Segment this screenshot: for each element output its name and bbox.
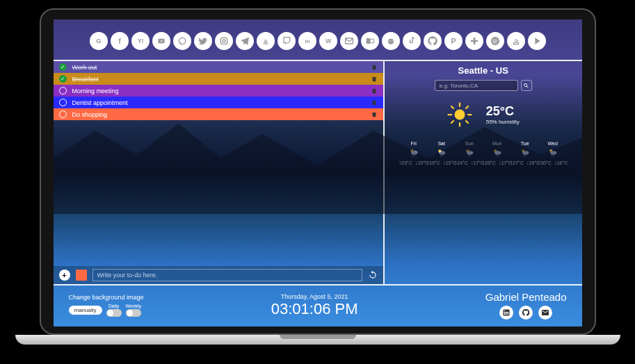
forecast-day-label: Tue	[521, 141, 529, 146]
time-text: 03:01:06 PM	[151, 300, 479, 318]
svg-text:G: G	[96, 38, 101, 44]
weekly-label: Weekly	[126, 304, 142, 308]
svg-text:in: in	[305, 38, 310, 44]
todo-input[interactable]	[93, 269, 362, 281]
todo-checkbox[interactable]	[59, 110, 67, 118]
delete-todo-button[interactable]	[371, 99, 378, 106]
telegram-icon[interactable]	[236, 32, 254, 50]
svg-line-35	[466, 106, 468, 108]
tiktok-icon[interactable]	[403, 32, 421, 50]
slack-icon[interactable]	[465, 32, 483, 50]
svg-text:a: a	[264, 38, 267, 44]
svg-text:f: f	[118, 37, 121, 45]
svg-point-14	[388, 39, 394, 44]
svg-rect-25	[515, 39, 518, 41]
google-icon[interactable]: G	[90, 32, 108, 50]
svg-line-46	[468, 155, 469, 156]
svg-point-7	[223, 40, 225, 42]
svg-point-49	[495, 151, 501, 154]
todo-item: Do shopping	[54, 108, 383, 120]
todo-item: Dentist appointment	[54, 97, 383, 108]
forecast-day-label: Sat	[437, 141, 445, 146]
city-search-button[interactable]	[521, 80, 532, 91]
svg-line-32	[451, 106, 453, 108]
author-name: Gabriel Penteado	[485, 291, 567, 303]
github-icon[interactable]	[519, 306, 533, 320]
play-icon[interactable]	[528, 32, 546, 50]
gmail-icon[interactable]	[340, 32, 358, 50]
forecast-day: Tue↑27°C↓19°C	[513, 141, 537, 166]
svg-line-55	[525, 155, 526, 156]
linkedin-icon[interactable]	[499, 306, 513, 320]
svg-point-41	[439, 151, 445, 154]
svg-point-16	[392, 40, 392, 41]
svg-rect-21	[474, 40, 478, 42]
add-todo-button[interactable]: +	[59, 270, 70, 281]
svg-rect-24	[514, 41, 517, 42]
svg-line-54	[524, 155, 524, 156]
todo-checkbox[interactable]	[59, 87, 67, 94]
svg-point-57	[550, 151, 556, 154]
cloud-rain-icon	[520, 147, 531, 158]
todo-text: Work out	[72, 64, 365, 71]
todo-text: Morning meeting	[72, 88, 365, 94]
stackoverflow-icon[interactable]	[507, 32, 525, 50]
twitter-icon[interactable]	[194, 32, 212, 50]
forecast-temps: ↑24°C↓17°C	[454, 160, 484, 166]
color-picker-button[interactable]	[76, 270, 87, 281]
forecast-day: Sat↑19°C↓15°C	[430, 141, 453, 166]
yahoo-icon[interactable]: Y!	[131, 32, 150, 50]
svg-point-37	[411, 151, 417, 154]
svg-line-34	[451, 121, 453, 123]
whatsapp-icon[interactable]	[173, 32, 191, 50]
daily-toggle[interactable]	[106, 309, 122, 317]
svg-line-50	[496, 155, 497, 156]
spotify-icon[interactable]	[486, 32, 504, 50]
todo-checkbox[interactable]	[59, 99, 67, 106]
twitch-icon[interactable]	[278, 32, 296, 50]
todo-checkbox[interactable]	[59, 75, 67, 83]
temperature-block: 25°C 55% humidity	[486, 104, 520, 125]
footer: Change background image manually Daily W…	[54, 286, 582, 326]
mail-icon[interactable]	[538, 306, 552, 320]
background-control: Change background image manually Daily W…	[69, 294, 144, 317]
weekly-toggle[interactable]	[126, 309, 141, 317]
todo-checkbox[interactable]	[59, 63, 67, 71]
svg-point-27	[454, 110, 465, 120]
amazon-icon[interactable]: a	[257, 32, 275, 50]
todo-item: Morning meeting	[54, 85, 383, 97]
sun-icon	[447, 102, 472, 127]
forecast-temps: ↑28°C↓17°C	[482, 160, 512, 166]
linkedin-icon[interactable]: in	[298, 32, 316, 50]
svg-rect-12	[366, 38, 369, 44]
todo-text: Dentist appointment	[72, 99, 365, 106]
forecast-day: Fri↑23°C↓15°C	[402, 141, 426, 166]
laptop-base	[15, 335, 620, 345]
youtube-icon[interactable]	[152, 32, 170, 50]
forecast-temps: ↑30°C↓16°C	[538, 160, 568, 166]
delete-todo-button[interactable]	[371, 111, 378, 118]
svg-line-47	[469, 155, 470, 156]
main-area: Work outBreakfastMorning meetingDentist …	[54, 61, 582, 284]
delete-todo-button[interactable]	[371, 64, 378, 71]
facebook-icon[interactable]: f	[111, 32, 129, 50]
date-text: Thursday, Agost 5, 2021	[151, 293, 479, 300]
forecast-row: Fri↑23°C↓15°CSat↑19°C↓15°CSun↑24°C↓17°CM…	[402, 141, 565, 166]
manual-bg-button[interactable]: manually	[69, 306, 102, 315]
author-social-row	[499, 306, 552, 320]
pinterest-icon[interactable]: P	[444, 32, 463, 50]
forecast-day-label: Wed	[548, 141, 558, 146]
github-icon[interactable]	[424, 32, 442, 50]
outlook-icon[interactable]	[361, 32, 379, 50]
city-search-input[interactable]	[435, 80, 518, 91]
svg-line-59	[553, 155, 554, 156]
wikipedia-icon[interactable]: W	[319, 32, 337, 50]
forecast-day: Mon↑28°C↓17°C	[485, 141, 509, 166]
refresh-button[interactable]	[368, 270, 378, 280]
reddit-icon[interactable]	[382, 32, 400, 50]
delete-todo-button[interactable]	[371, 88, 378, 94]
humidity: 55% humidity	[486, 119, 520, 125]
delete-todo-button[interactable]	[371, 76, 378, 83]
cloud-rain-icon	[547, 147, 558, 158]
instagram-icon[interactable]	[215, 32, 233, 50]
